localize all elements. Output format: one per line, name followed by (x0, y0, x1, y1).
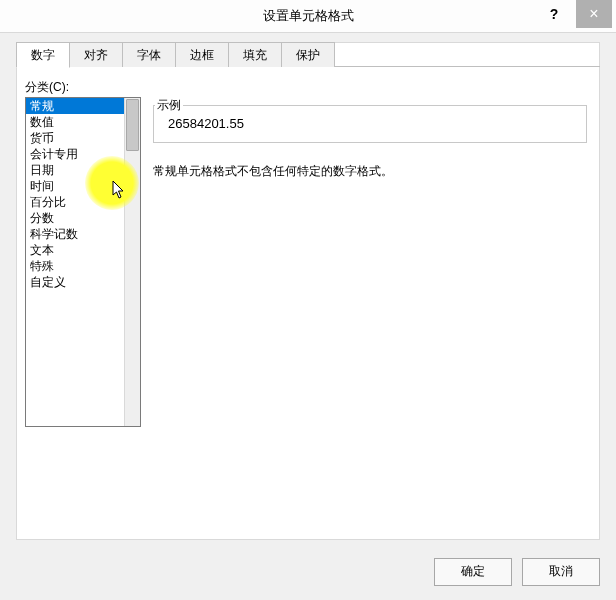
category-description: 常规单元格格式不包含任何特定的数字格式。 (153, 163, 587, 180)
category-items: 常规 数值 货币 会计专用 日期 时间 百分比 分数 科学记数 文本 特殊 自定… (26, 98, 140, 290)
tab-alignment[interactable]: 对齐 (69, 42, 123, 67)
category-item-time[interactable]: 时间 (26, 178, 140, 194)
tab-strip: 数字 对齐 字体 边框 填充 保护 (16, 42, 334, 66)
sample-label: 示例 (155, 97, 183, 114)
help-button[interactable]: ? (536, 0, 572, 28)
sample-box: 26584201.55 (153, 105, 587, 143)
dialog-title: 设置单元格格式 (263, 0, 354, 32)
tab-content-number: 分类(C): 常规 数值 货币 会计专用 日期 时间 百分比 分数 科学记数 文… (17, 67, 599, 539)
category-item-accounting[interactable]: 会计专用 (26, 146, 140, 162)
dialog-buttons: 确定 取消 (434, 558, 600, 586)
category-label: 分类(C): (25, 79, 69, 96)
category-item-currency[interactable]: 货币 (26, 130, 140, 146)
dialog-body: 分类(C): 常规 数值 货币 会计专用 日期 时间 百分比 分数 科学记数 文… (16, 42, 600, 540)
tab-font[interactable]: 字体 (122, 42, 176, 67)
tab-number[interactable]: 数字 (16, 42, 70, 68)
close-button[interactable]: × (576, 0, 612, 28)
category-item-percentage[interactable]: 百分比 (26, 194, 140, 210)
scrollbar-thumb[interactable] (126, 99, 139, 151)
category-scrollbar[interactable] (124, 98, 140, 426)
category-item-scientific[interactable]: 科学记数 (26, 226, 140, 242)
category-item-general[interactable]: 常规 (26, 98, 140, 114)
category-item-custom[interactable]: 自定义 (26, 274, 140, 290)
ok-button[interactable]: 确定 (434, 558, 512, 586)
category-item-text[interactable]: 文本 (26, 242, 140, 258)
sample-value: 26584201.55 (168, 116, 244, 131)
tab-border[interactable]: 边框 (175, 42, 229, 67)
category-item-date[interactable]: 日期 (26, 162, 140, 178)
category-item-fraction[interactable]: 分数 (26, 210, 140, 226)
cancel-button[interactable]: 取消 (522, 558, 600, 586)
tab-fill[interactable]: 填充 (228, 42, 282, 67)
category-item-number[interactable]: 数值 (26, 114, 140, 130)
category-item-special[interactable]: 特殊 (26, 258, 140, 274)
title-bar: 设置单元格格式 ? × (0, 0, 616, 33)
tab-protection[interactable]: 保护 (281, 42, 335, 67)
category-listbox[interactable]: 常规 数值 货币 会计专用 日期 时间 百分比 分数 科学记数 文本 特殊 自定… (25, 97, 141, 427)
format-cells-dialog: 设置单元格格式 ? × 数字 对齐 字体 边框 填充 保护 分类(C): 常规 … (0, 0, 616, 600)
